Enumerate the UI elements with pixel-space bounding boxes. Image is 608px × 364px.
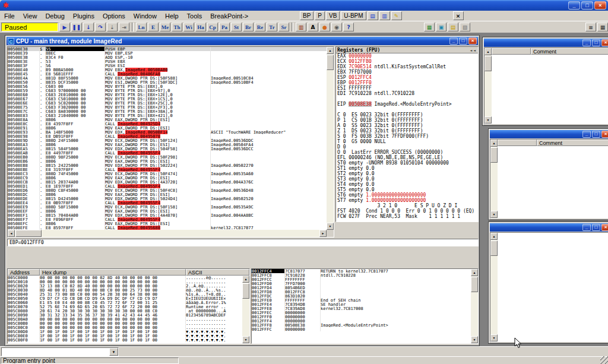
scroll-track[interactable] [327,54,334,223]
win1-restore-button[interactable]: □ [592,39,600,46]
stack-row[interactable]: 0012FFC87C910228ntdll.7C910228 [252,273,471,277]
disasm-row[interactable]: 00508E56.C603 00MOV BYTE PTR DS:[EBX],0 [8,84,327,88]
disasm-row[interactable]: 00508E93.BA 14BF5000MOV EDX,ImageRed.005… [8,130,327,134]
scroll-down-arrow-icon[interactable]: ▼ [471,336,478,343]
scroll-down-arrow-icon[interactable]: ▼ [490,211,498,218]
comment-window-1-titlebar[interactable]: _ □ × [484,39,608,47]
patches-icon[interactable]: ▥ [296,23,306,31]
disasm-row[interactable]: 00508EAB.E8 4497F8FFCALL ImageRed.004955… [8,151,327,155]
register-line[interactable]: ST2 empty 0.0 [336,171,478,176]
dump-row[interactable]: 005C00C000 00 00 00 00 00 00 00 00 00 00… [8,325,242,330]
disasm-row[interactable]: 00508E7C.C683 8A030000 00MOV BYTE PTR DS… [8,109,327,113]
scroll-up-arrow-icon[interactable]: ▲ [327,47,334,54]
resize-grip[interactable] [600,356,608,364]
scroll-left-arrow-icon[interactable]: ◄ [8,230,15,237]
toolbar-letter-br[interactable]: Br [243,23,254,31]
disasm-row[interactable]: 00508ECB.8B15 20374A00MOV EDX,DWORD PTR … [8,180,327,184]
win3-minimize-button[interactable]: _ [582,224,591,231]
toolbar-letter-sr[interactable]: Sr [278,23,289,31]
scroll-track[interactable] [242,283,249,336]
stack-row[interactable]: 0012FFF400000000 [252,319,471,323]
scroll-track[interactable] [490,147,498,211]
register-line[interactable]: EBP 0012FFF0 [336,80,478,86]
scroll-down-arrow-icon[interactable]: ▼ [242,336,249,343]
disasm-row[interactable]: 00508E3B.83C4 F0ADD ESP,-10 [8,55,327,59]
win2-header-blank[interactable] [498,140,537,146]
register-line[interactable]: A 0 SS 0023 32bit 0(FFFFFFFF) [336,123,478,128]
stack-row[interactable]: 0012FFD80012FFC8 [252,290,471,294]
maximize-button[interactable]: □ [581,1,593,10]
scroll-up-arrow-icon[interactable]: ▲ [484,48,492,55]
disasm-row[interactable]: 00508EA3.8B06MOV EAX,DWORD PTR DS:[ESI]I… [8,143,327,147]
disasm-row[interactable]: 00508E91.8B06MOV EAX,DWORD PTR DS:[ESI] [8,126,327,130]
comment-window-2-titlebar[interactable]: _ □ × [490,130,608,138]
register-line[interactable]: ST5 empty 0.0 [336,187,478,192]
run-icon[interactable]: ▶ [59,23,70,31]
register-line[interactable]: ST1 empty 0.0 [336,166,478,171]
disasm-row[interactable]: 00508E38$55PUSH EBP [8,47,327,51]
scroll-track[interactable] [471,276,478,336]
list-icon[interactable]: ≡ [585,23,596,31]
dump-header-hex[interactable]: Hex dump [40,269,186,276]
disasm-row[interactable]: 00508EF7.E8 F896F8FFCALL ImageRed.004955… [8,217,327,221]
ascii-table-icon[interactable]: A [308,23,318,31]
disasm-row[interactable]: 00508E40.B9 B0BA5000MOV EBX,ImageRed.005… [8,68,327,72]
toolbar-letter-cp[interactable]: Cp [207,23,218,31]
help-icon[interactable]: ? [343,23,354,31]
register-line[interactable]: ESP 0012FFC4 [336,75,478,80]
dump-row[interactable]: 005C00A000 00 00 00 00 00 00 00 00 00 00… [8,317,242,321]
combo-dropdown-icon[interactable]: ▼ [109,348,118,356]
register-line[interactable]: Z 1 DS 0023 32bit 0(FFFFFFFF) [336,128,478,134]
disasm-row[interactable]: 00508ED1.E8 1E97F8FFCALL ImageRed.004955… [8,184,327,188]
disasm-row[interactable]: 00508EA5.8B15 584F5000MOV EDX,DWORD PTR … [8,147,327,151]
dump-row[interactable]: 005C001000 00 00 00 00 00 00 00 00 00 00… [8,280,242,284]
disasm-row[interactable]: 00508EB6.8B06MOV EAX,DWORD PTR DS:[ESI] [8,159,327,163]
menu-item-tools[interactable]: Tools [183,11,207,21]
dump-row[interactable]: 005C008020 61 74 20 30 30 30 30 30 30 30… [8,309,242,313]
register-line[interactable]: FCW 027F Prec NEAR,53 Mask 1 1 1 1 1 1 [336,214,478,219]
disasm-row[interactable]: 00508E8C.E8 4397F8FFCALL ImageRed.004925… [8,122,327,126]
toolbar-letter-re[interactable]: Re [255,23,265,31]
windows-list-icon[interactable]: ▧ [460,23,470,31]
scroll-track[interactable] [490,240,498,334]
disasm-row[interactable]: 00508ED6.8B0D C8F45000MOV ECX,DWORD PTR … [8,188,327,192]
toolbar-button-p[interactable]: P [315,11,325,20]
tile-icon[interactable]: ▦ [597,23,608,31]
register-line[interactable]: P 1 CS 001B 32bit 0(FFFFFFFF) [336,118,478,123]
disasm-vscrollbar[interactable]: ▲▼ [327,47,334,230]
scroll-thumb[interactable] [484,56,492,71]
search-icon[interactable]: ◉ [331,23,342,31]
register-line[interactable]: T 0 GS 0000 NULL [336,139,478,144]
toolbar-button-bp[interactable]: BP [300,11,314,20]
options-icon[interactable]: ▤ [448,23,458,31]
menu-item-window[interactable]: Window [129,11,161,21]
toolbar-close-button[interactable]: × [453,11,464,20]
disasm-row[interactable]: 00508EE9.8B0D 58F15000MOV ECX,DWORD PTR … [8,205,327,209]
stack-row[interactable]: 0012FFE47C8394DBSE handler [252,302,471,306]
dump-header-ascii[interactable]: ASCII [186,269,249,276]
stack-row[interactable]: 0012FFD07FFD7000 [252,281,471,286]
dump-vscrollbar[interactable]: ▲▼ [242,276,249,343]
notes-window-icon[interactable]: ▥ [379,11,390,20]
close-button[interactable]: × [594,1,606,10]
disasm-row[interactable]: 00508EFE.E8 8597F8FFCALL ImageRed.004956… [8,226,327,230]
app-icon[interactable]: ✱ [2,1,10,10]
scroll-up-arrow-icon[interactable]: ▲ [490,140,498,147]
register-line[interactable]: ST0 empty -UNORM B938 01050104 00000000 [336,160,478,166]
scroll-down-arrow-icon[interactable]: ▼ [327,223,334,230]
dump-row[interactable]: 005C0050C9 D7 CF CD CB DB CD D9 CA D9 DC… [8,296,242,300]
win1-vscrollbar[interactable]: ▲▼ [484,48,492,124]
stack-row[interactable]: 0012FFFC00000000 [252,327,471,331]
dump-row[interactable]: 005C007052 75 6E 74 69 6D 65 20 65 72 72… [8,305,242,309]
disasm-row[interactable]: 00508E3E.53PUSH EBX [8,59,327,64]
register-line[interactable]: C 0 ES 0023 32bit 0(FFFFFFFF) [336,112,478,118]
stack-row[interactable]: 0012FFE0FFFFFFFFEnd of SEH chain [252,298,471,302]
register-line[interactable]: EBX 7FFD7000 [336,69,478,75]
scroll-up-arrow-icon[interactable]: ▲ [471,269,478,276]
register-line[interactable]: D 0 [336,144,478,150]
register-line[interactable]: FST 4020 Cond 1 0 0 0 Err 0 0 1 0 0 0 0 … [336,208,478,214]
cpu-window-titlebar[interactable]: C CPU - main thread, module ImageRed _ □… [7,37,478,45]
dump-row[interactable]: 005C0060E1 E5 E0 E4 40 00 8B C0 45 72 72… [8,300,242,305]
dump-header-address[interactable]: Address [8,269,40,276]
disasm-row[interactable]: 00508E6E.C683 5C020000 00MOV BYTE PTR DS… [8,101,327,105]
